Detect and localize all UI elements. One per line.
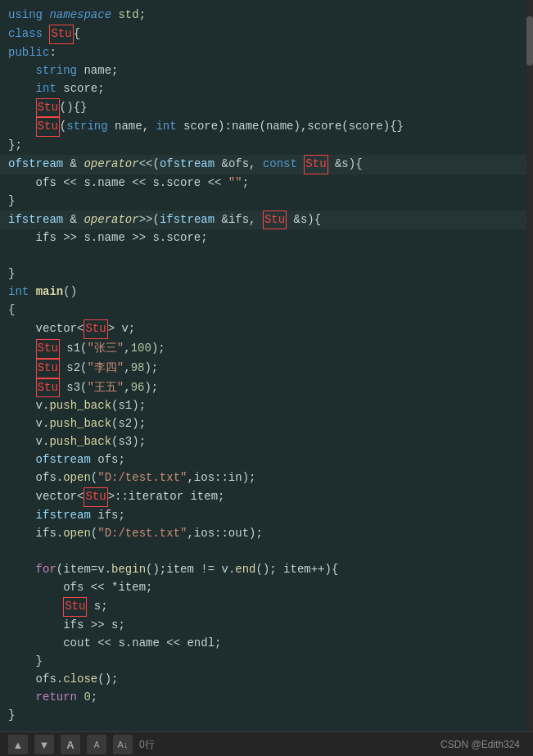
class-name: Stu: [63, 597, 87, 617]
code-line: for (item=v. begin ();item != v. end ();…: [0, 561, 533, 579]
code-line: ofstream & operator << ( ofstream &ofs, …: [0, 155, 533, 174]
fn-name: push_back: [49, 433, 111, 451]
code-line: int score;: [0, 80, 533, 98]
keyword: int: [156, 118, 176, 136]
string-literal: "D:/test.txt": [97, 525, 187, 543]
keyword: int: [36, 80, 56, 98]
keyword: class: [8, 25, 43, 43]
class-name: Stu: [36, 339, 60, 359]
code-line: ofs. close ();: [0, 671, 533, 689]
number-literal: 0: [84, 689, 90, 707]
code-line: ifs >> s;: [0, 617, 533, 635]
fn-name: push_back: [49, 415, 111, 433]
code-line: }: [0, 653, 533, 671]
code-line: ifstream & operator >> ( ifstream &ifs, …: [0, 211, 533, 230]
operator-fn: operator: [84, 156, 138, 174]
fn-name: open: [63, 469, 91, 487]
fn-name: main: [36, 283, 64, 301]
class-name: Stu: [36, 98, 60, 118]
type-name: ifstream: [8, 211, 63, 229]
code-line: [0, 247, 533, 265]
keyword: public: [8, 44, 49, 62]
code-line: }: [0, 265, 533, 283]
class-name: Stu: [36, 378, 60, 398]
keyword: for: [36, 561, 56, 579]
code-container: using namespace std ; class Stu { public…: [0, 0, 533, 731]
code-line: v. push_back (s2);: [0, 415, 533, 433]
code-line: public :: [0, 44, 533, 62]
code-line: }: [0, 707, 533, 725]
code-line: string name;: [0, 62, 533, 80]
code-line: Stu s3( "王五" , 96 );: [0, 378, 533, 398]
prev-button[interactable]: ▲: [8, 735, 28, 754]
class-name: Stu: [49, 25, 73, 44]
keyword: namespace: [49, 7, 111, 25]
code-wrapper: using namespace std ; class Stu { public…: [0, 0, 533, 756]
code-line: ofs << *item;: [0, 579, 533, 597]
code-line: Stu (){}: [0, 98, 533, 118]
text-a-down-button[interactable]: A↓: [113, 735, 133, 754]
code-line: vector< Stu > v;: [0, 319, 533, 339]
code-line: v. push_back (s1);: [0, 397, 533, 415]
scroll-thumb[interactable]: [526, 16, 533, 66]
class-name: Stu: [36, 359, 60, 378]
string-literal: "D:/test.txt": [97, 469, 187, 487]
code-line: int main (): [0, 283, 533, 301]
type-name: ofstream: [8, 156, 63, 174]
type-name: ifstream: [36, 507, 91, 525]
code-line: }: [0, 192, 533, 211]
code-line: {: [0, 301, 533, 319]
keyword: using: [8, 7, 43, 25]
fn-name: open: [63, 525, 91, 543]
code-line: vector< Stu >::iterator item;: [0, 487, 533, 507]
code-line: class Stu {: [0, 25, 533, 44]
string-literal: "张三": [87, 340, 124, 358]
keyword: int: [8, 283, 29, 301]
code-line: Stu s;: [0, 597, 533, 617]
type-name: ofstream: [36, 451, 91, 469]
class-name: Stu: [84, 319, 107, 339]
code-line: v. push_back (s3);: [0, 433, 533, 451]
code-line: ifstream ifs;: [0, 507, 533, 525]
text-a-small-button[interactable]: A: [87, 735, 106, 754]
fn-name: push_back: [49, 397, 111, 415]
class-name: Stu: [84, 487, 107, 507]
number-literal: 96: [131, 379, 145, 397]
code-line: Stu s2( "李四" , 98 );: [0, 359, 533, 378]
code-line: cout << s.name << endl;: [0, 635, 533, 653]
class-name: Stu: [36, 117, 60, 137]
string-literal: "王五": [87, 379, 124, 397]
code-line: return 0 ;: [0, 689, 533, 707]
code-line: [0, 543, 533, 561]
fn-name: close: [63, 671, 97, 689]
code-line: Stu s1( "张三" , 100 );: [0, 339, 533, 359]
scrollbar[interactable]: [526, 0, 533, 731]
code-line: ofs. open ( "D:/test.txt" ,ios::in);: [0, 469, 533, 487]
keyword: return: [36, 689, 77, 707]
code-line: ifs >> s.name >> s.score;: [0, 229, 533, 247]
class-name: Stu: [263, 211, 287, 230]
string-literal: "李四": [87, 360, 124, 378]
keyword: const: [263, 156, 297, 174]
code-line: Stu ( string name, int score):name(name)…: [0, 117, 533, 137]
csdn-watermark: CSDN @Edith324: [440, 739, 520, 750]
string-literal: "": [228, 174, 242, 192]
next-button[interactable]: ▼: [34, 735, 54, 754]
code-line: ofstream ofs;: [0, 451, 533, 469]
code-line: ofs << s.name << s.score << "" ;: [0, 174, 533, 192]
number-literal: 100: [131, 340, 151, 358]
text-a-big-button[interactable]: A: [61, 735, 80, 754]
code-line: };: [0, 137, 533, 155]
class-name: Stu: [304, 155, 327, 174]
fn-name: end: [235, 561, 255, 579]
line-count: 0行: [139, 738, 155, 752]
fn-name: begin: [111, 561, 146, 579]
keyword: string: [36, 62, 77, 80]
number-literal: 98: [131, 360, 145, 378]
keyword: string: [66, 118, 107, 136]
code-line: using namespace std ;: [0, 7, 533, 25]
code-line: ifs. open ( "D:/test.txt" ,ios::out);: [0, 525, 533, 543]
footer-bar: ▲ ▼ A A A↓ 0行 CSDN @Edith324: [0, 731, 533, 756]
operator-fn: operator: [84, 211, 138, 229]
